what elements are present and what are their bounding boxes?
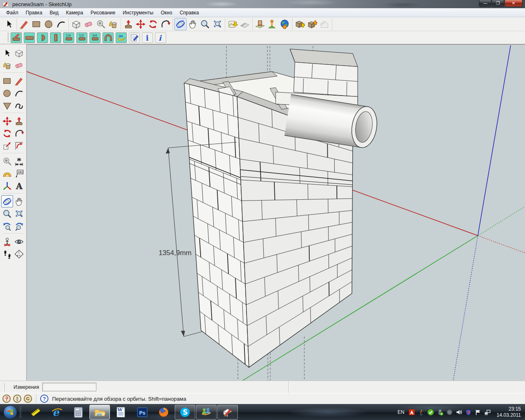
brickbar-banana[interactable] — [116, 32, 127, 43]
tray-volume[interactable] — [456, 409, 463, 415]
menu-6[interactable]: Окно — [157, 9, 176, 17]
palette-polygon[interactable] — [1, 99, 13, 112]
status-geo-pin[interactable] — [2, 395, 11, 403]
taskbar-explorer[interactable] — [89, 405, 110, 420]
palette-scale[interactable] — [1, 139, 13, 152]
toolbar-grip[interactable] — [7, 33, 9, 43]
toolbar-follow-me[interactable] — [159, 18, 171, 30]
palette-move[interactable] — [1, 115, 13, 127]
palette-offset[interactable] — [13, 139, 25, 152]
brickbar-brick-draw[interactable] — [11, 32, 22, 43]
palette-tape-measure[interactable] — [1, 155, 13, 167]
taskbar-firefox[interactable] — [153, 405, 174, 420]
palette-look-around[interactable] — [13, 235, 25, 248]
palette-zoom-extents[interactable] — [13, 208, 25, 220]
close-button[interactable]: ✕ — [504, 0, 523, 7]
palette-circle[interactable] — [1, 87, 13, 99]
toolbar-photo-textures[interactable] — [254, 18, 266, 30]
minimize-button[interactable]: — — [479, 0, 491, 7]
palette-position-camera[interactable] — [1, 235, 13, 248]
toolbar-orbit[interactable] — [174, 18, 187, 30]
palette-paint-bucket[interactable] — [1, 59, 13, 71]
measurements-input[interactable] — [42, 383, 96, 391]
toolbar-add-location[interactable] — [226, 18, 239, 30]
toolbar-component[interactable] — [70, 18, 82, 30]
brickbar-edit-sheet[interactable] — [129, 32, 140, 43]
toolbar-rotate[interactable] — [147, 18, 159, 30]
menu-7[interactable]: Справка — [176, 9, 203, 17]
resize-grip[interactable] — [3, 383, 5, 391]
palette-axes[interactable] — [1, 180, 13, 192]
toolbar-zoom[interactable] — [199, 18, 211, 30]
toolbar-select[interactable] — [3, 18, 15, 30]
brickbar-brick-half-round[interactable] — [37, 32, 48, 43]
language-indicator[interactable]: EN — [397, 409, 404, 415]
restore-button[interactable]: ❐ — [492, 0, 504, 7]
taskbar-messenger[interactable] — [196, 405, 217, 420]
palette-view-previous[interactable] — [1, 220, 13, 232]
toolbar-rectangle[interactable] — [30, 18, 43, 30]
toolbar-share-models[interactable] — [306, 18, 318, 30]
palette-arc[interactable] — [13, 87, 25, 99]
palette-view-next[interactable] — [13, 220, 25, 232]
toolbar-move[interactable] — [135, 18, 147, 30]
toolbar-tape-measure[interactable] — [95, 18, 107, 30]
palette-orbit[interactable] — [1, 195, 13, 208]
taskbar-photoshop[interactable]: Ps — [132, 405, 153, 420]
toolbar-line[interactable] — [18, 18, 30, 30]
palette-component[interactable] — [13, 47, 25, 59]
brickbar-info-italic[interactable]: i — [155, 32, 166, 43]
taskbar-skype[interactable]: S — [175, 405, 195, 420]
brickbar-arch[interactable] — [103, 32, 114, 43]
palette-pan[interactable] — [13, 195, 25, 208]
status-credit-person[interactable] — [13, 395, 21, 403]
toolbar-arc[interactable] — [55, 18, 67, 30]
palette-push-pull[interactable] — [13, 115, 25, 127]
model-canvas[interactable]: 1354,9mm — [27, 45, 525, 381]
tray-java[interactable] — [418, 409, 425, 415]
brickbar-brick-upright[interactable] — [50, 32, 61, 43]
palette-section-plane[interactable]: CA-S — [13, 248, 25, 260]
toolbar-preview-earth[interactable] — [278, 18, 291, 30]
tray-webcam[interactable] — [446, 409, 453, 415]
tray-adobe[interactable] — [409, 409, 415, 415]
brickbar-brick-quarter[interactable]: 1/4 — [63, 32, 74, 43]
tray-flag[interactable] — [475, 409, 482, 415]
taskbar-calculator[interactable]: 0 — [68, 405, 89, 420]
menu-5[interactable]: Инструменты — [119, 9, 157, 17]
start-button[interactable] — [3, 405, 17, 419]
palette-freehand[interactable] — [13, 99, 25, 112]
menu-1[interactable]: Правка — [22, 9, 46, 17]
tray-antivirus[interactable]: V — [465, 409, 472, 415]
palette-select[interactable] — [1, 47, 13, 59]
clock[interactable]: 23:15 14.03.2011 — [497, 406, 521, 418]
help-icon[interactable]: ? — [40, 395, 48, 403]
palette-text[interactable]: ABC — [13, 167, 25, 180]
taskbar-internet-explorer[interactable]: e — [47, 405, 67, 420]
brickbar-brick-full[interactable] — [24, 32, 35, 43]
taskbar-sketchup-measure[interactable] — [25, 405, 46, 420]
palette-line[interactable] — [13, 75, 25, 87]
toolbar-paint-bucket[interactable] — [107, 18, 119, 30]
menu-4[interactable]: Рисование — [87, 9, 119, 17]
palette-zoom[interactable] — [1, 208, 13, 220]
palette-protractor[interactable] — [1, 167, 13, 180]
toolbar-get-models[interactable] — [294, 18, 306, 30]
toolbar-eraser[interactable] — [82, 18, 95, 30]
menu-3[interactable]: Камера — [62, 9, 87, 17]
toolbar-model-info[interactable] — [266, 18, 278, 30]
palette-rectangle[interactable] — [1, 75, 13, 87]
palette-text-3d[interactable]: A — [13, 180, 25, 192]
tray-usb-check[interactable] — [437, 409, 444, 415]
status-credit-g[interactable]: G — [24, 395, 32, 403]
tray-shield-check[interactable] — [427, 409, 434, 415]
palette-walk[interactable] — [1, 248, 13, 260]
palette-dimension[interactable] — [13, 155, 25, 167]
palette-follow-me[interactable] — [13, 127, 25, 139]
brickbar-info-roman[interactable]: i — [142, 32, 153, 43]
taskbar-sketchup[interactable] — [217, 405, 238, 420]
toolbar-circle[interactable] — [43, 18, 55, 30]
toolbar-zoom-extents[interactable] — [211, 18, 224, 30]
toolbar-toggle-terrain[interactable] — [239, 18, 251, 30]
tray-network[interactable] — [484, 409, 491, 415]
